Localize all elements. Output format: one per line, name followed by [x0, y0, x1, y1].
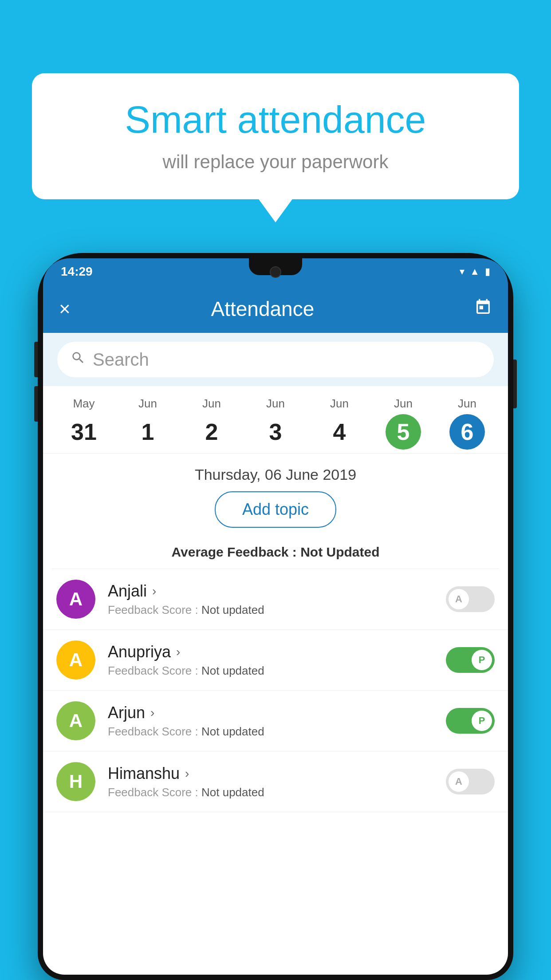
calendar-day-1[interactable]: Jun1 — [116, 397, 180, 450]
power-button — [513, 360, 517, 408]
app-header: × Attendance — [43, 285, 508, 333]
attendance-toggle-1[interactable]: P — [446, 647, 495, 673]
wifi-icon: ▾ — [460, 266, 464, 277]
cal-month-3: Jun — [244, 397, 307, 411]
close-button[interactable]: × — [59, 298, 71, 320]
calendar-icon[interactable] — [474, 298, 492, 320]
toggle-container-0[interactable]: A — [446, 586, 495, 612]
phone-screen: × Attendance Search May31Jun1Jun2 — [43, 285, 508, 975]
search-icon — [71, 350, 86, 369]
chevron-icon-3: › — [185, 767, 189, 781]
front-camera — [270, 266, 281, 278]
student-name-2: Arjun› — [108, 703, 446, 722]
cal-date-6: 6 — [449, 414, 485, 450]
signal-icon: ▲ — [470, 266, 480, 277]
student-score-1: Feedback Score : Not updated — [108, 664, 446, 678]
avg-feedback-label: Average Feedback : — [171, 545, 296, 559]
cal-date-3: 3 — [258, 414, 293, 450]
date-display: Thursday, 06 June 2019 — [43, 454, 508, 491]
header-title: Attendance — [71, 297, 455, 321]
student-name-1: Anupriya› — [108, 643, 446, 661]
calendar-day-6[interactable]: Jun6 — [435, 397, 499, 450]
cal-month-2: Jun — [180, 397, 244, 411]
bubble-title: Smart attendance — [59, 98, 492, 142]
cal-month-0: May — [52, 397, 116, 411]
volume-down-button — [34, 386, 38, 422]
student-info-0: Anjali›Feedback Score : Not updated — [108, 582, 446, 617]
volume-up-button — [34, 342, 38, 377]
student-info-3: Himanshu›Feedback Score : Not updated — [108, 764, 446, 799]
toggle-thumb-0: A — [449, 589, 469, 609]
student-name-0: Anjali› — [108, 582, 446, 601]
status-time: 14:29 — [61, 265, 93, 279]
avg-feedback-value: Not Updated — [300, 545, 379, 559]
student-score-3: Feedback Score : Not updated — [108, 786, 446, 799]
student-name-3: Himanshu› — [108, 764, 446, 783]
calendar-day-0[interactable]: May31 — [52, 397, 116, 450]
toggle-container-3[interactable]: A — [446, 769, 495, 794]
chevron-icon-1: › — [176, 645, 180, 659]
calendar-strip: May31Jun1Jun2Jun3Jun4Jun5Jun6 — [43, 386, 508, 454]
bubble-subtitle: will replace your paperwork — [59, 151, 492, 173]
cal-date-0: 31 — [66, 414, 102, 450]
calendar-day-5[interactable]: Jun5 — [371, 397, 435, 450]
avg-feedback: Average Feedback : Not Updated — [43, 545, 508, 569]
battery-icon: ▮ — [485, 266, 490, 277]
add-topic-button[interactable]: Add topic — [215, 491, 336, 528]
calendar-day-4[interactable]: Jun4 — [307, 397, 371, 450]
cal-date-1: 1 — [130, 414, 165, 450]
student-avatar-3: H — [56, 762, 95, 801]
cal-month-6: Jun — [435, 397, 499, 411]
student-avatar-2: A — [56, 701, 95, 740]
attendance-toggle-3[interactable]: A — [446, 769, 495, 794]
phone-notch — [249, 258, 302, 275]
toggle-thumb-2: P — [472, 711, 492, 731]
phone-frame: 14:29 ▾ ▲ ▮ × Attendance — [38, 253, 513, 980]
cal-date-5: 5 — [386, 414, 421, 450]
cal-month-1: Jun — [116, 397, 180, 411]
search-placeholder: Search — [93, 350, 149, 370]
student-avatar-0: A — [56, 580, 95, 619]
student-info-2: Arjun›Feedback Score : Not updated — [108, 703, 446, 739]
cal-date-4: 4 — [322, 414, 357, 450]
chevron-icon-0: › — [152, 584, 156, 598]
student-score-0: Feedback Score : Not updated — [108, 603, 446, 617]
search-container: Search — [43, 333, 508, 386]
cal-date-2: 2 — [194, 414, 229, 450]
student-list: AAnjali›Feedback Score : Not updatedAAAn… — [43, 569, 508, 812]
student-item-1[interactable]: AAnupriya›Feedback Score : Not updatedP — [43, 630, 508, 691]
student-item-2[interactable]: AArjun›Feedback Score : Not updatedP — [43, 691, 508, 751]
cal-month-4: Jun — [307, 397, 371, 411]
attendance-toggle-0[interactable]: A — [446, 586, 495, 612]
chevron-icon-2: › — [150, 706, 154, 720]
cal-month-5: Jun — [371, 397, 435, 411]
student-avatar-1: A — [56, 640, 95, 680]
student-info-1: Anupriya›Feedback Score : Not updated — [108, 643, 446, 678]
toggle-container-2[interactable]: P — [446, 708, 495, 734]
toggle-thumb-3: A — [449, 771, 469, 792]
speech-bubble: Smart attendance will replace your paper… — [32, 73, 519, 199]
toggle-container-1[interactable]: P — [446, 647, 495, 673]
attendance-toggle-2[interactable]: P — [446, 708, 495, 734]
search-box[interactable]: Search — [57, 342, 494, 377]
toggle-thumb-1: P — [472, 650, 492, 670]
student-item-3[interactable]: HHimanshu›Feedback Score : Not updatedA — [43, 751, 508, 812]
student-score-2: Feedback Score : Not updated — [108, 725, 446, 739]
status-icons: ▾ ▲ ▮ — [460, 266, 490, 277]
calendar-day-3[interactable]: Jun3 — [244, 397, 307, 450]
calendar-day-2[interactable]: Jun2 — [180, 397, 244, 450]
student-item-0[interactable]: AAnjali›Feedback Score : Not updatedA — [43, 569, 508, 630]
